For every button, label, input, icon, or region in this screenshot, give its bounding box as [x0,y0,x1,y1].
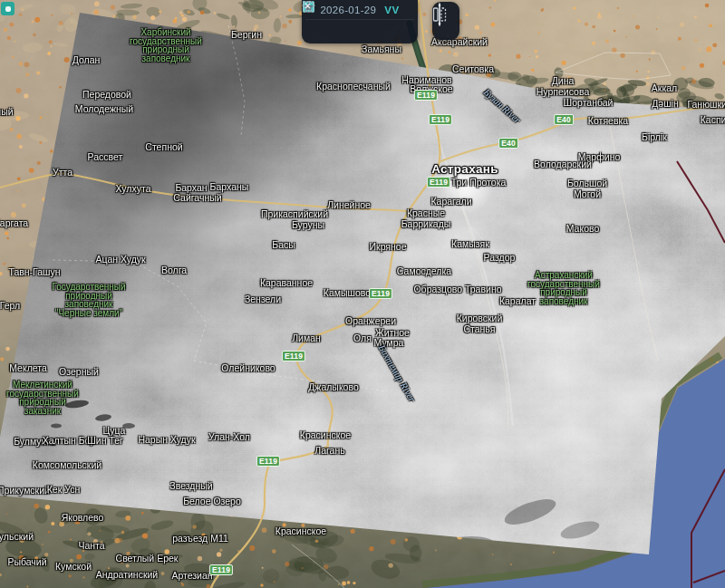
compare-swipe-icon [432,2,447,27]
corner-badge[interactable] [1,2,14,15]
satellite-map-viewport: ДоланБергинЗамьяныКраснопесчаныйАксарайс… [0,0,725,588]
location-ping-button[interactable] [332,24,346,39]
toolbar-actions-row [302,20,418,43]
acquisition-date[interactable]: 2026-01-29 [320,5,376,15]
corner-badge-glyph [5,6,11,12]
layer-toolbar: 2026-01-29 VV [302,0,418,43]
compare-swipe-button[interactable] [432,2,459,40]
star-button[interactable] [373,24,388,39]
map-render [0,0,725,588]
polarization-label[interactable]: VV [384,5,399,15]
collage-icon [302,0,315,14]
crossed-tools-button[interactable] [310,24,324,39]
collage-button[interactable] [395,24,410,39]
layer-info-row[interactable]: 2026-01-29 VV [302,0,418,19]
camera-button[interactable] [353,24,367,39]
map-canvas[interactable] [0,0,725,588]
